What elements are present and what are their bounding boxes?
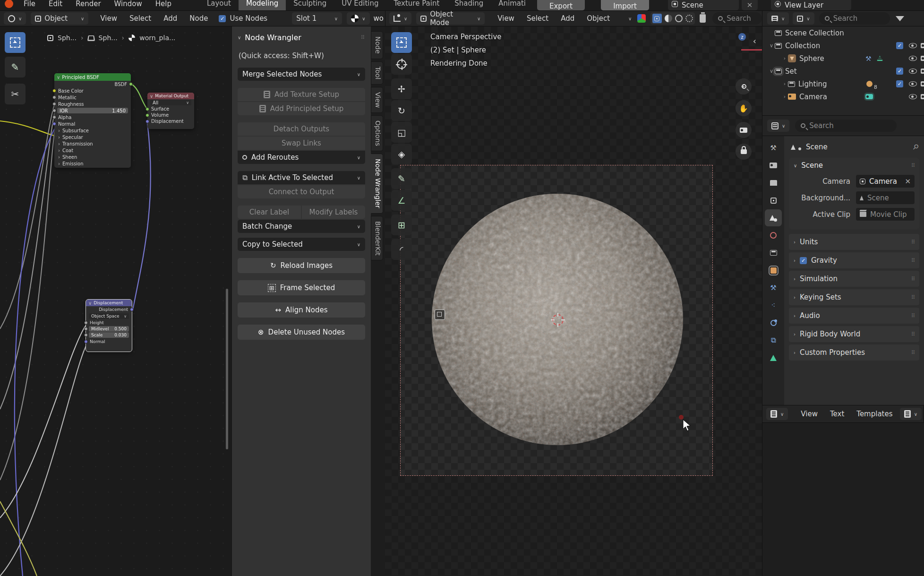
viewport-menu-view[interactable]: View — [491, 14, 521, 23]
node-material-output[interactable]: ∨Material Output All∨ Surface Volume Dis… — [147, 93, 194, 129]
tab-constraints-icon[interactable]: ⧉ — [768, 335, 779, 345]
swap-links-button[interactable]: Swap Links — [238, 137, 365, 150]
expand-icon[interactable]: › — [781, 94, 788, 100]
tab-modifiers-icon[interactable]: ⚒ — [768, 283, 779, 293]
align-nodes-button[interactable]: ↔Align Nodes — [238, 302, 365, 318]
tab-view[interactable]: View — [371, 87, 383, 113]
add-principled-setup-button[interactable]: Add Principled Setup — [238, 102, 365, 115]
render-camera-icon[interactable] — [921, 81, 924, 86]
active-clip-field[interactable]: Movie Clip — [856, 208, 915, 221]
material-browse-dropdown[interactable]: ∨ — [347, 12, 369, 25]
cursor-tool[interactable] — [391, 54, 412, 75]
link-active-to-selected-dropdown[interactable]: ⧉Link Active To Selected∨ — [238, 171, 365, 184]
workspace-tab-texture-paint[interactable]: Texture Paint — [386, 0, 447, 10]
section-coat[interactable]: ›Coat — [54, 147, 131, 154]
outliner-display-mode-dropdown[interactable]: ∨ — [767, 12, 789, 25]
outliner-row-set[interactable]: ∨ Set ✓ — [762, 65, 924, 77]
socket-scale[interactable] — [84, 333, 88, 337]
text-menu-templates[interactable]: Templates — [850, 410, 898, 418]
render-camera-icon[interactable] — [921, 43, 924, 48]
workspace-tab-uv-editing[interactable]: UV Editing — [334, 0, 386, 10]
tab-collection-icon[interactable] — [768, 248, 779, 258]
tab-tool-icon[interactable]: ⚒ — [768, 143, 779, 153]
hide-eye-icon[interactable] — [909, 56, 917, 61]
annotate-tool[interactable]: ✎ — [5, 57, 26, 77]
tab-output-icon[interactable] — [768, 178, 779, 188]
filter-funnel-icon[interactable] — [896, 16, 904, 21]
connect-to-output-button[interactable]: Connect to Output — [238, 185, 365, 198]
text-menu-view[interactable]: View — [795, 410, 824, 418]
import-button[interactable]: Import — [601, 0, 649, 10]
text-editor-body[interactable] — [762, 423, 924, 576]
pan-hand-icon[interactable]: ✋ — [736, 100, 752, 116]
workspace-tab-animation[interactable]: Animati — [491, 0, 533, 10]
displacement-space-dropdown[interactable]: Object Space∨ — [89, 313, 129, 319]
socket-disp-normal[interactable] — [84, 340, 88, 344]
mode-dropdown[interactable]: Object Mode ∨ — [416, 12, 485, 25]
menu-file[interactable]: File — [17, 0, 42, 8]
render-camera-icon[interactable] — [921, 69, 924, 74]
zoom-icon[interactable]: + — [736, 78, 752, 95]
menu-edit[interactable]: Edit — [42, 0, 69, 8]
xray-toggle-icon[interactable] — [700, 14, 706, 23]
panel-grip-icon[interactable]: ⠿ — [361, 34, 365, 41]
viewport-menu-add[interactable]: Add — [555, 14, 581, 23]
tab-node[interactable]: Node — [371, 31, 383, 59]
socket-roughness[interactable] — [52, 102, 56, 106]
copy-to-selected-dropdown[interactable]: Copy to Selected∨ — [238, 238, 365, 251]
shader-menu-view[interactable]: View — [94, 14, 123, 23]
scene-selector[interactable]: Scene — [668, 0, 739, 10]
section-specular[interactable]: ›Specular — [54, 134, 131, 140]
canvas-scrollbar[interactable] — [226, 289, 228, 449]
slot-dropdown[interactable]: Slot 1 ∨ — [292, 12, 342, 25]
socket-displacement-in[interactable] — [145, 120, 149, 123]
camera-field[interactable]: Camera ✕ — [856, 175, 915, 188]
tab-render-icon[interactable] — [768, 160, 779, 171]
socket-metallic[interactable] — [52, 95, 56, 99]
transform-tool[interactable]: ◈ — [391, 144, 412, 164]
panel-units[interactable]: ›Units⠿ — [789, 234, 919, 250]
outliner-row-scene-collection[interactable]: Scene Collection — [762, 26, 924, 39]
render-camera-icon[interactable] — [921, 94, 924, 99]
expand-icon[interactable]: ∨ — [768, 68, 775, 74]
panel-gravity[interactable]: ›✓Gravity⠿ — [789, 252, 919, 268]
tab-blenderkit[interactable]: BlenderKit — [371, 216, 383, 261]
socket-ior[interactable] — [52, 109, 56, 112]
breadcrumb-object[interactable]: Sph... — [58, 34, 77, 42]
viewport-menu-object[interactable]: Object — [581, 14, 616, 23]
expand-icon[interactable]: › — [781, 81, 788, 87]
outliner-row-lighting[interactable]: › Lighting 8 ✓ — [762, 77, 924, 90]
workspace-tab-shading[interactable]: Shading — [447, 0, 491, 10]
merge-selected-nodes-dropdown[interactable]: Merge Selected Nodes∨ — [238, 68, 365, 81]
pin-icon[interactable]: ⚲ — [911, 142, 921, 152]
gravity-checkbox[interactable]: ✓ — [800, 257, 807, 264]
panel-audio[interactable]: ›Audio⠿ — [789, 308, 919, 324]
rotate-tool[interactable]: ↻ — [391, 100, 412, 121]
tab-object-icon[interactable] — [768, 265, 779, 275]
background-field[interactable]: Scene — [856, 191, 915, 204]
socket-bsdf-out[interactable] — [129, 82, 133, 86]
breadcrumb-material[interactable]: worn_pla... — [139, 34, 175, 42]
collection-checkbox[interactable]: ✓ — [896, 80, 903, 87]
workspace-tab-layout[interactable]: Layout — [199, 0, 239, 10]
tab-node-wrangler[interactable]: Node Wrangler — [371, 154, 383, 214]
sidebar-collapse-arrow[interactable]: ‹ — [753, 36, 756, 46]
hide-eye-icon[interactable] — [909, 94, 917, 99]
breadcrumb-mesh[interactable]: Sph... — [99, 34, 118, 42]
outliner-search[interactable]: Search — [819, 12, 890, 25]
output-target-dropdown[interactable]: All∨ — [150, 100, 191, 105]
outliner-row-camera[interactable]: › Camera — [762, 90, 924, 103]
image-empty-marker[interactable] — [435, 309, 445, 320]
shader-menu-node[interactable]: Node — [183, 14, 214, 23]
collection-checkbox[interactable]: ✓ — [896, 68, 903, 75]
socket-surface[interactable] — [145, 107, 149, 111]
add-reroutes-dropdown[interactable]: Add Reroutes∨ — [238, 151, 365, 164]
links-cut-tool[interactable]: ✂ — [5, 84, 26, 104]
render-camera-icon[interactable] — [921, 56, 924, 61]
material-name-field[interactable]: wo — [374, 14, 384, 23]
menu-window[interactable]: Window — [108, 0, 149, 8]
editor-type-dropdown[interactable]: ∨ — [4, 12, 26, 25]
viewport-menu-select[interactable]: Select — [521, 14, 555, 23]
use-nodes-checkbox[interactable]: ✓ — [219, 15, 226, 22]
delete-unused-nodes-button[interactable]: ⊗Delete Unused Nodes — [238, 325, 365, 340]
